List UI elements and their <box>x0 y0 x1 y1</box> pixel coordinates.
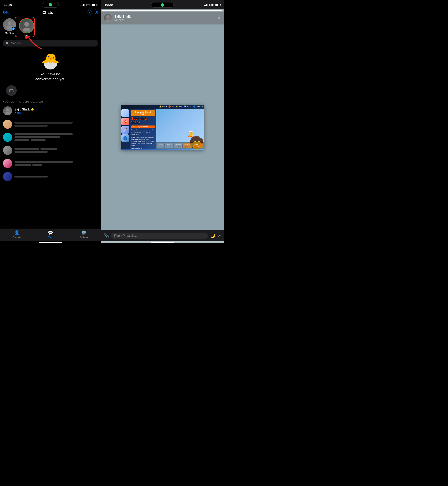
time-left: 10:20 <box>4 3 12 7</box>
tab-contacts[interactable]: 👤 Contacts <box>0 230 34 238</box>
wish-btn-1[interactable]: Wish ×1🔴×1 <box>183 143 192 148</box>
signal-bar-4 <box>84 4 85 6</box>
tab-bar: 👤 Contacts 💬 Chats ⚙️ Settings <box>0 228 101 241</box>
dynamic-island-left <box>42 2 59 8</box>
svg-point-0 <box>8 21 11 25</box>
more-options-button[interactable]: ··· <box>211 16 215 20</box>
status-icons-left: LTE <box>80 4 97 7</box>
r-signal-bar-3 <box>206 4 207 6</box>
thumb-3: 🗡️ <box>121 126 129 134</box>
game-left-area: ✨ 🎪 🗡️ 🔵 Character Event Wish-3 Sparklin… <box>121 109 156 149</box>
stories-row: + My Story Sajid <box>0 17 101 38</box>
game-body-2: 5-star event-exclusive characters can on… <box>131 136 155 147</box>
probability-badge: Probability increased! <box>131 125 155 128</box>
blurred-row-2 <box>3 131 98 144</box>
reply-input[interactable]: Reply Privately... <box>111 233 208 239</box>
companion-emoji: 🧝 <box>187 130 195 137</box>
empty-text: You have noconversations yet. <box>35 72 65 81</box>
game-inner: ✨ 🎪 🗡️ 🔵 Character Event Wish-3 Sparklin… <box>121 109 204 149</box>
story-user-avatar <box>104 14 112 22</box>
home-indicator-left <box>39 242 62 243</box>
details-btn[interactable]: Details <box>165 143 174 148</box>
status-bar-left: 10:20 LTE <box>0 0 101 9</box>
game-topbar: ✨ Wish 🔴 30 ⚡ 815 💎 1234 🔵 105 ✕ <box>121 105 204 109</box>
story-username: Sajid Shaik <box>114 15 209 18</box>
game-name: SparklingSteps <box>131 117 155 125</box>
tab-settings[interactable]: ⚙️ Settings <box>67 230 101 238</box>
contact-name-sajid: Sajid Shaik ⭐ <box>15 108 98 111</box>
score-4: 🔵 105 <box>193 105 200 108</box>
signal-bar-1 <box>80 5 81 6</box>
blur-content-2 <box>15 133 98 141</box>
blurred-row-5 <box>3 170 98 183</box>
edit-button[interactable]: Edit <box>3 11 8 15</box>
sajid-story-item[interactable]: Sajid <box>19 18 34 37</box>
search-bar[interactable]: 🔍 Search <box>3 40 98 47</box>
game-text-panel: Character Event Wish-3 SparklingSteps Pr… <box>130 109 156 149</box>
status-icons-right: LTE <box>204 4 220 7</box>
history-btn[interactable]: History <box>174 143 182 148</box>
lte-label-right: LTE <box>209 4 214 7</box>
story-time: just now <box>114 18 209 21</box>
svg-point-9 <box>5 112 10 115</box>
chats-tab-icon: 💬 <box>48 230 53 235</box>
blurred-row-3 <box>3 144 98 157</box>
sajid-story-ring <box>19 18 34 33</box>
compose-button[interactable]: ⎘ <box>95 10 98 15</box>
progress-bar-1 <box>102 10 223 11</box>
time-right: 10:20 <box>104 3 113 7</box>
close-game-btn[interactable]: ✕ <box>201 105 203 108</box>
progress-fill-1 <box>102 10 223 11</box>
chats-tab-label: Chats <box>48 236 53 238</box>
search-placeholder: Search <box>11 42 21 45</box>
signal-bar-2 <box>82 5 82 6</box>
svg-rect-5 <box>9 89 13 90</box>
chats-title: Chats <box>42 10 53 15</box>
telegram-dot-right <box>161 3 164 7</box>
story-header: Sajid Shaik just now ··· ✕ <box>101 12 224 24</box>
attach-button[interactable]: 📎 <box>104 233 109 238</box>
contact-avatar-sajid <box>3 106 12 115</box>
emoji-button[interactable]: 🌙 <box>210 233 215 238</box>
story-header-actions: ··· ✕ <box>211 16 221 20</box>
wish-btn-10[interactable]: Wish ×10🔴×10 <box>193 143 203 148</box>
plus-icon: + <box>88 11 90 14</box>
contacts-tab-icon: 👤 <box>14 230 19 235</box>
thumb-1: ✨ <box>121 109 129 117</box>
contact-sajid[interactable]: Sajid Shaik ⭐ online <box>3 105 98 117</box>
story-progress-bars <box>101 9 224 12</box>
battery-fill-right <box>216 4 218 6</box>
contacts-section: YOUR CONTACTS ON TELEGRAM Sajid Shaik ⭐ … <box>0 99 101 118</box>
game-body-1: Every 10 wishes is guaranteed to include… <box>131 129 155 135</box>
score-3: 💎 1234 <box>184 105 192 108</box>
chats-header: Edit Chats + ⎘ <box>0 9 101 17</box>
add-contact-button[interactable]: + <box>87 10 92 15</box>
signal-bars-right <box>204 4 208 6</box>
close-story-button[interactable]: ✕ <box>218 16 221 20</box>
r-signal-bar-4 <box>207 4 208 6</box>
right-panel: 10:20 LTE <box>101 0 224 243</box>
wish-icon: ✨ Wish <box>159 105 167 108</box>
shop-btn[interactable]: Shop <box>157 143 164 148</box>
r-signal-bar-1 <box>204 5 205 6</box>
sajid-avatar-svg <box>21 20 32 31</box>
status-bar-right: 10:20 LTE <box>101 0 224 9</box>
tab-chats[interactable]: 💬 Chats <box>34 230 67 238</box>
blur-avatar-1 <box>3 120 12 129</box>
lte-label-left: LTE <box>86 4 90 7</box>
battery-left <box>92 4 97 6</box>
my-story-avatar: + <box>3 18 16 31</box>
archive-button[interactable] <box>6 85 17 96</box>
settings-tab-icon: ⚙️ <box>81 230 87 235</box>
char-thumbnails: ✨ 🎪 🗡️ 🔵 <box>121 109 130 149</box>
my-story-label: My Story <box>5 32 14 35</box>
blur-avatar-5 <box>3 172 12 181</box>
battery-right <box>215 4 220 6</box>
send-button[interactable]: ↗ <box>217 233 221 238</box>
story-avatar-svg <box>104 14 112 22</box>
blurred-row-1 <box>3 118 98 131</box>
settings-tab-label: Settings <box>80 236 88 238</box>
left-panel: 10:20 LTE Edit Chats + ⎘ <box>0 0 101 243</box>
svg-point-8 <box>6 108 9 111</box>
my-story-item[interactable]: + My Story <box>3 18 16 35</box>
